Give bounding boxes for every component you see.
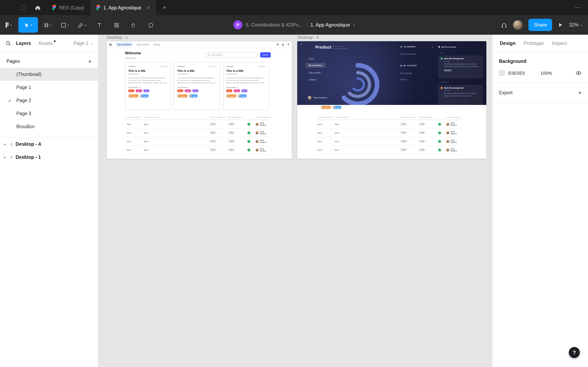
sort-icon[interactable]: ⇅ <box>460 116 462 118</box>
tag-chip[interactable]: Tag 1 <box>226 89 233 92</box>
background-opacity-value[interactable]: 100% <box>540 71 552 75</box>
mock-nav-data-portfolio[interactable]: Data portfolio <box>137 43 149 46</box>
table-row[interactable]: text 1 text 2 Label Label ✓ Daryl Wallac… <box>316 129 461 137</box>
hand-tool-button[interactable] <box>125 15 142 35</box>
close-icon[interactable]: × <box>301 43 302 46</box>
mock-primary-button[interactable]: Button <box>260 52 271 58</box>
table-row[interactable]: text 1 text 2 Label Label ✓ Daryl Wallac… <box>125 129 270 137</box>
tab-design[interactable]: Design <box>500 41 515 46</box>
sort-icon[interactable]: ⇅ <box>349 116 350 118</box>
tag-chip[interactable]: Tag 1 <box>128 89 134 92</box>
table-row[interactable]: text 1 text 2 Label Label ✓ Daryl Wallac… <box>316 146 461 154</box>
hamburger-menu-icon[interactable] <box>109 43 112 46</box>
mock-learn-more-link[interactable]: Learn more <box>444 69 481 71</box>
pen-tool-button[interactable]: ▾ <box>74 15 91 35</box>
table-row[interactable]: text 1 text 2 Label Label ✓ Daryl Wallac… <box>125 120 270 129</box>
user-icon[interactable] <box>282 43 284 46</box>
close-tab-icon[interactable]: × <box>147 5 150 10</box>
canvas[interactable]: Desktop - 1 My promotions Data portfolio… <box>98 35 492 367</box>
member-chip[interactable]: Billy <box>189 94 198 98</box>
sort-icon[interactable]: ⇅ <box>433 116 434 118</box>
window-control-icon[interactable] <box>20 5 26 10</box>
home-button[interactable] <box>32 1 44 14</box>
comment-tool-button[interactable] <box>142 15 159 35</box>
layer-item-desktop-1[interactable]: ▸ # Desktop - 1 <box>0 151 98 164</box>
present-button[interactable] <box>558 22 563 28</box>
sort-icon[interactable]: ⇅ <box>242 116 243 118</box>
page-item-page-2[interactable]: ✓ Page 2 <box>0 94 98 107</box>
mock-news-card[interactable]: Category24/03/2021 This is a title Sub-t… <box>174 62 220 110</box>
new-tab-button[interactable]: + <box>162 4 166 11</box>
tag-chip[interactable]: Tag 3 <box>241 89 247 92</box>
mock-notification-warning[interactable]: ! Short info message here 9 min ago Pell… <box>438 85 483 105</box>
sort-icon[interactable]: ⇅ <box>414 116 416 118</box>
tab-inspect[interactable]: Inspect <box>552 41 567 46</box>
mock-coworkers-link[interactable]: See my co-workers <box>400 53 416 55</box>
tab-prototype[interactable]: Prototype <box>524 41 544 46</box>
column-header[interactable]: CAPTION NAME <box>127 117 140 118</box>
member-chip[interactable]: Billy <box>140 94 149 98</box>
column-header[interactable]: CAPTION NAME <box>210 117 223 118</box>
page-selector[interactable]: Page 2 ▴ <box>74 41 92 46</box>
column-header[interactable]: CAPTION NAME <box>318 117 331 118</box>
chevron-down-icon[interactable]: ▾ <box>353 24 355 26</box>
table-row[interactable]: text 1 text 2 Label Label ✓ Daryl Wallac… <box>125 146 270 154</box>
mock-email-input[interactable]: Email address <box>205 52 258 58</box>
mock-menu-settings[interactable]: Settings <box>309 78 316 81</box>
move-tool-button[interactable]: ▾ <box>18 17 38 33</box>
column-header[interactable]: CAPTION NAME <box>446 117 460 118</box>
layer-item-desktop-4[interactable]: ▸ # Desktop - 4 <box>0 138 98 151</box>
sort-icon[interactable]: ⇅ <box>158 116 160 118</box>
mock-notification-success[interactable]: ✓ Short info message here 9 min ago Pell… <box>438 56 483 78</box>
frame-desktop-1[interactable]: Desktop - 1 My promotions Data portfolio… <box>107 41 292 159</box>
member-chip[interactable]: Marten <box>177 94 188 98</box>
frame-desktop-4[interactable]: Desktop - 4 Marten Billy CAPTION NAME⇅ C… <box>297 41 486 159</box>
column-header[interactable]: CAPTION NAME <box>144 117 157 118</box>
zoom-menu[interactable]: 32% ▾ <box>569 22 582 28</box>
add-export-button[interactable]: + <box>578 89 581 96</box>
mock-menu-my-promotions[interactable]: My promotions <box>305 63 326 68</box>
tag-chip[interactable]: Tag 2 <box>185 89 191 92</box>
audio-headphones-button[interactable] <box>501 22 507 28</box>
share-button[interactable]: Share <box>529 19 552 31</box>
breadcrumb-file[interactable]: 1. App Agnostique <box>310 22 350 28</box>
page-item-page-3[interactable]: Page 3 <box>0 107 98 120</box>
mock-menu-home[interactable]: Home <box>309 58 314 60</box>
mock-news-card[interactable]: Category24/03/2021 This is a title Sub-t… <box>223 62 269 110</box>
page-item-thumbnail[interactable]: (Thumbnail) <box>0 68 98 81</box>
chevron-down-icon[interactable]: ▾ <box>31 24 32 26</box>
file-tab-rex[interactable]: REX (Copy) <box>46 0 91 15</box>
sort-icon[interactable]: ⇅ <box>270 116 271 118</box>
frame-label[interactable]: Desktop - 1 <box>107 35 128 40</box>
mock-profile-link[interactable]: See my profile <box>400 72 412 74</box>
frame-label[interactable]: Desktop - 4 <box>298 35 319 40</box>
column-header[interactable]: CAPTION NAME <box>419 117 432 118</box>
background-color-swatch[interactable] <box>499 70 505 76</box>
text-tool-button[interactable] <box>91 15 108 35</box>
member-chip[interactable]: Marten <box>226 94 237 98</box>
window-more-icon[interactable]: ⋯ <box>575 5 581 11</box>
tag-chip[interactable]: Tag 3 <box>143 89 150 92</box>
tag-chip[interactable]: Tag 2 <box>234 89 240 92</box>
tag-chip[interactable]: Tag 2 <box>136 89 142 92</box>
column-header[interactable]: CAPTION NAME <box>228 117 241 118</box>
visibility-eye-icon[interactable] <box>576 71 581 75</box>
mock-news-card[interactable]: Category24/03/2021 This is a title Sub-t… <box>125 62 171 110</box>
mock-nav-settings[interactable]: Settings <box>153 43 160 46</box>
mock-nav-my-promotions[interactable]: My promotions <box>116 42 133 47</box>
tag-chip[interactable]: Tag 3 <box>192 89 198 92</box>
background-hex-value[interactable]: E5E5E5 <box>508 71 525 75</box>
sort-icon[interactable]: ⇅ <box>224 116 225 118</box>
mock-menu-data-portfolio[interactable]: Data portfolio <box>309 71 321 74</box>
sort-icon[interactable]: ⇅ <box>332 116 333 118</box>
chevron-down-icon[interactable]: ▾ <box>432 46 433 48</box>
sort-icon[interactable]: ⇅ <box>141 116 143 118</box>
file-tab-current[interactable]: 1. App Agnostique × <box>91 0 156 15</box>
table-row[interactable]: text 1 text 2 Label Label ✓ Daryl Wallac… <box>316 137 461 146</box>
main-menu-button[interactable]: ▾ <box>0 15 17 35</box>
member-chip[interactable]: Marten <box>128 94 139 98</box>
search-icon[interactable] <box>6 41 11 46</box>
page-item-brouillon[interactable]: Brouillon <box>0 120 98 133</box>
chevron-right-icon[interactable]: ▸ <box>4 155 7 159</box>
tag-chip[interactable]: Tag 1 <box>177 89 184 92</box>
